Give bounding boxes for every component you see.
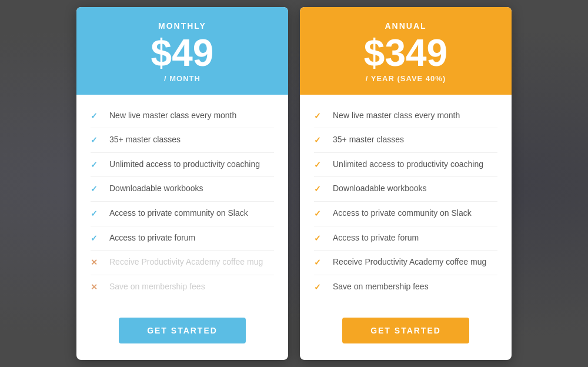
feature-text-master-class: New live master class every month <box>333 110 460 122</box>
feature-icon-check-orange: ✓ <box>314 257 326 269</box>
feature-text-master-classes-count: 35+ master classes <box>109 134 181 146</box>
feature-text-forum: Access to private forum <box>109 232 195 244</box>
pricing-container: MONTHLY$49/ MONTH✓New live master class … <box>76 7 512 361</box>
feature-item-slack: ✓Access to private community on Slack <box>91 202 274 226</box>
feature-icon-check: ✓ <box>91 135 102 146</box>
card-footer-monthly: GET STARTED <box>76 308 288 360</box>
feature-item-coaching: ✓Unlimited access to productivity coachi… <box>314 153 497 178</box>
cta-button-annual[interactable]: GET STARTED <box>342 318 469 343</box>
feature-item-coaching: ✓Unlimited access to productivity coachi… <box>91 153 274 178</box>
feature-item-workbooks: ✓Downloadable workbooks <box>314 177 497 202</box>
feature-text-workbooks: Downloadable workbooks <box>109 183 203 195</box>
plan-name-annual: ANNUAL <box>312 21 500 31</box>
card-header-annual: ANNUAL$349/ YEAR (SAVE 40%) <box>300 7 512 95</box>
plan-period-annual: / YEAR (SAVE 40%) <box>312 74 500 83</box>
card-footer-annual: GET STARTED <box>300 308 512 360</box>
feature-icon-check: ✓ <box>91 208 102 220</box>
plan-price-monthly: $49 <box>88 34 276 72</box>
pricing-card-annual: ANNUAL$349/ YEAR (SAVE 40%)✓New live mas… <box>300 7 512 361</box>
feature-text-coaching: Unlimited access to productivity coachin… <box>109 159 260 171</box>
feature-item-workbooks: ✓Downloadable workbooks <box>91 177 274 202</box>
feature-text-master-class: New live master class every month <box>109 110 236 122</box>
feature-icon-check-orange: ✓ <box>314 111 326 122</box>
feature-text-slack: Access to private community on Slack <box>109 208 248 219</box>
feature-text-slack: Access to private community on Slack <box>333 208 472 219</box>
pricing-card-monthly: MONTHLY$49/ MONTH✓New live master class … <box>76 7 288 361</box>
feature-text-savings: Save on membership fees <box>333 281 429 293</box>
feature-icon-cross: ✕ <box>91 257 102 269</box>
feature-icon-check: ✓ <box>91 184 102 195</box>
feature-icon-check-orange: ✓ <box>314 159 326 171</box>
feature-text-forum: Access to private forum <box>333 232 419 244</box>
feature-icon-cross: ✕ <box>91 282 102 293</box>
feature-icon-check-orange: ✓ <box>314 233 326 245</box>
feature-item-slack: ✓Access to private community on Slack <box>314 202 497 226</box>
feature-icon-check-orange: ✓ <box>314 282 326 293</box>
plan-name-monthly: MONTHLY <box>88 21 276 31</box>
feature-item-master-class: ✓New live master class every month <box>314 104 497 129</box>
feature-text-coaching: Unlimited access to productivity coachin… <box>333 159 483 171</box>
features-list-monthly: ✓New live master class every month✓35+ m… <box>76 95 288 309</box>
plan-period-monthly: / MONTH <box>88 74 276 83</box>
features-list-annual: ✓New live master class every month✓35+ m… <box>300 95 512 309</box>
feature-item-master-class: ✓New live master class every month <box>91 104 274 129</box>
feature-icon-check-orange: ✓ <box>314 208 326 220</box>
feature-item-master-classes-count: ✓35+ master classes <box>91 128 274 153</box>
feature-item-savings: ✓Save on membership fees <box>314 275 497 299</box>
plan-price-annual: $349 <box>312 34 500 72</box>
feature-item-savings: ✕Save on membership fees <box>91 275 274 299</box>
feature-item-forum: ✓Access to private forum <box>314 226 497 251</box>
feature-text-mug: Receive Productivity Academy coffee mug <box>109 256 263 268</box>
feature-item-forum: ✓Access to private forum <box>91 226 274 251</box>
feature-item-mug: ✕Receive Productivity Academy coffee mug <box>91 251 274 275</box>
feature-text-master-classes-count: 35+ master classes <box>333 134 404 146</box>
feature-icon-check: ✓ <box>91 233 102 245</box>
feature-icon-check: ✓ <box>91 111 102 122</box>
feature-item-master-classes-count: ✓35+ master classes <box>314 128 497 153</box>
cta-button-monthly[interactable]: GET STARTED <box>119 318 246 343</box>
feature-icon-check: ✓ <box>91 159 102 171</box>
feature-text-mug: Receive Productivity Academy coffee mug <box>333 256 486 268</box>
feature-text-savings: Save on membership fees <box>109 281 205 293</box>
feature-item-mug: ✓Receive Productivity Academy coffee mug <box>314 251 497 275</box>
card-header-monthly: MONTHLY$49/ MONTH <box>76 7 288 95</box>
feature-text-workbooks: Downloadable workbooks <box>333 183 427 195</box>
feature-icon-check-orange: ✓ <box>314 135 326 146</box>
feature-icon-check-orange: ✓ <box>314 184 326 195</box>
